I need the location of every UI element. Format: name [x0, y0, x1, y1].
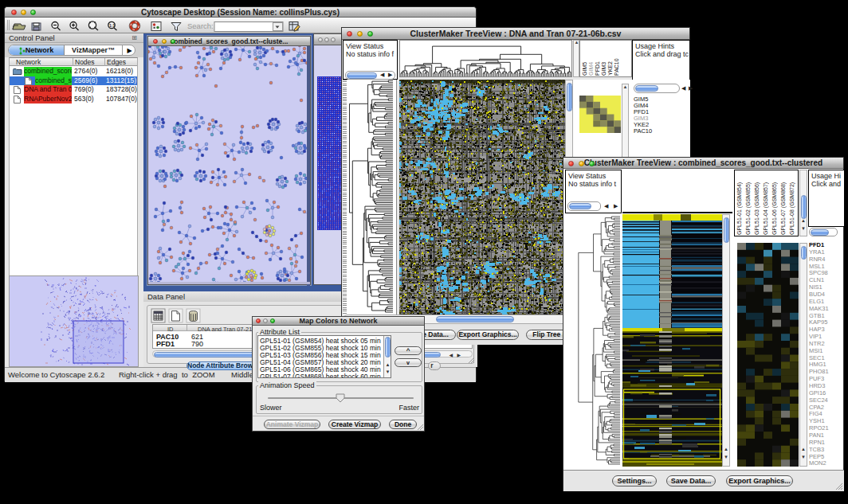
svg-text:1:1: 1:1 [109, 23, 115, 28]
svg-text:Search:: Search: [187, 21, 214, 30]
